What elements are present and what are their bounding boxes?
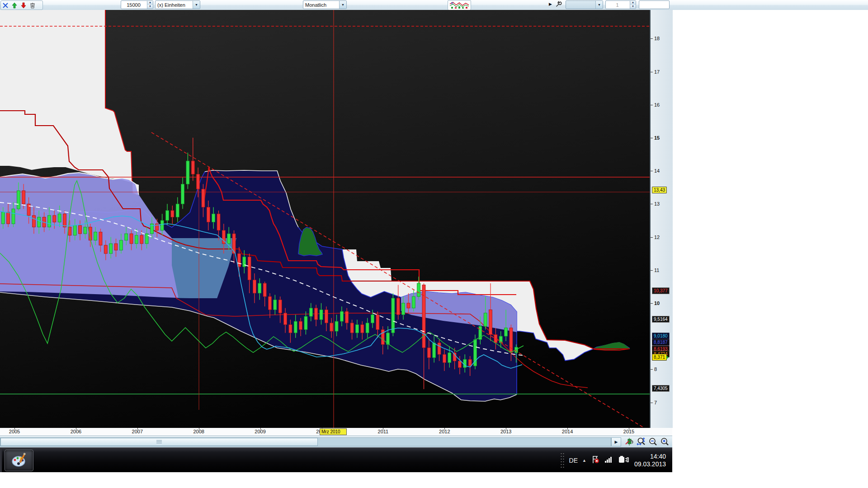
x-label-2007: 2007 <box>132 429 143 434</box>
price-chart[interactable] <box>0 10 650 428</box>
taskbar-grip[interactable] <box>560 452 565 469</box>
price-label-8,371: 8,371 <box>652 354 667 361</box>
empty-desktop-area <box>673 10 868 488</box>
price-axis[interactable]: 1817161514131211108713,4310,3779,51649,0… <box>650 10 674 428</box>
action-center-icon[interactable] <box>591 455 600 466</box>
x-label-2009: 2009 <box>255 429 265 434</box>
count-spinner[interactable]: 1 ▲▼ <box>605 0 636 9</box>
zoom-range-button[interactable] <box>636 436 646 447</box>
price-label-8,8187: 8,8187 <box>652 339 670 346</box>
x-label-2011: 2011 <box>378 429 389 434</box>
units-spin-buttons[interactable]: ▲▼ <box>147 1 153 9</box>
count-value: 1 <box>616 2 619 8</box>
chart-canvas[interactable] <box>0 10 650 428</box>
scrollbar-thumb[interactable] <box>0 438 318 446</box>
x-label-2008: 2008 <box>193 429 204 434</box>
trash-icon[interactable] <box>29 2 36 9</box>
count-spin-buttons[interactable]: ▲▼ <box>630 1 636 9</box>
x-label-2013: 2013 <box>500 429 511 434</box>
chart-toolbar: 15000 ▲▼ (x) Einheiten ▼ Monatlich ▼ ▶ <box>0 0 868 10</box>
scrollbar-grip-icon <box>156 440 162 444</box>
trendline-tool-icon[interactable] <box>2 2 9 9</box>
units-mode-dropdown[interactable]: (x) Einheiten ▼ <box>155 0 200 9</box>
arrow-down-sell-icon[interactable] <box>20 2 27 9</box>
x-label-2006: 2006 <box>71 429 81 434</box>
empty-desktop-area <box>0 472 868 488</box>
chart-settings-button[interactable] <box>624 436 635 447</box>
timeframe-dropdown[interactable]: Monatlich ▼ <box>303 0 347 9</box>
expand-arrow-icon[interactable]: ▶ <box>549 2 552 6</box>
timeframe-value: Monatlich <box>303 2 326 8</box>
desktop: 15000 ▲▼ (x) Einheiten ▼ Monatlich ▼ ▶ <box>0 0 868 488</box>
units-value: 15000 <box>127 2 142 8</box>
horizontal-scrollbar[interactable] <box>0 437 611 446</box>
chevron-down-icon: ▼ <box>595 1 603 9</box>
language-indicator[interactable]: DE <box>569 457 578 464</box>
x-label-2015: 2015 <box>623 429 634 434</box>
chart-type-icon <box>449 1 469 9</box>
price-label-9,5164: 9,5164 <box>652 316 670 323</box>
battery-icon[interactable] <box>618 455 630 466</box>
network-signal-icon[interactable] <box>604 455 613 465</box>
wrench-icon[interactable] <box>554 0 562 10</box>
units-spinner[interactable]: 15000 ▲▼ <box>121 0 153 9</box>
arrow-up-buy-icon[interactable] <box>11 2 18 9</box>
symbol-dropdown[interactable]: ▼ <box>566 0 603 9</box>
chevron-down-icon: ▼ <box>339 1 346 9</box>
taskbar-app-paint[interactable] <box>5 450 33 471</box>
drawing-tools-group <box>0 0 43 10</box>
price-label-7,4305: 7,4305 <box>652 385 670 392</box>
system-tray: DE ▲ 14:40 09.03.2013 <box>560 448 669 473</box>
current-price-marker <box>666 356 669 359</box>
clock-time: 14:40 <box>634 453 666 460</box>
empty-input[interactable] <box>639 0 670 9</box>
scroll-right-button[interactable]: ▶ <box>611 437 621 446</box>
hidden-icons-arrow[interactable]: ▲ <box>582 458 586 463</box>
zoom-in-button[interactable] <box>659 436 670 447</box>
taskbar-edge <box>0 448 2 473</box>
selected-date-label: Mrz 2010 <box>320 428 347 435</box>
x-label-2012: 2012 <box>439 429 450 434</box>
clock[interactable]: 14:40 09.03.2013 <box>634 453 669 468</box>
time-axis[interactable]: 2005200620072008200920102011201220132014… <box>0 428 672 436</box>
x-label-2005: 2005 <box>9 429 20 434</box>
paint-icon <box>10 452 28 469</box>
chart-scroll-row: ▶ <box>0 436 672 448</box>
price-label-13,43: 13,43 <box>652 187 667 193</box>
clock-date: 09.03.2013 <box>634 460 666 468</box>
x-label-2014: 2014 <box>562 429 573 434</box>
zoom-out-button[interactable] <box>647 436 658 447</box>
chart-type-button[interactable] <box>448 0 471 10</box>
chevron-down-icon: ▼ <box>193 1 200 9</box>
units-mode-value: (x) Einheiten <box>156 2 185 8</box>
windows-taskbar: DE ▲ 14:40 09.03.2013 <box>0 447 672 473</box>
price-label-9,0180: 9,0180 <box>652 333 670 339</box>
price-label-10,377: 10,377 <box>652 287 670 294</box>
